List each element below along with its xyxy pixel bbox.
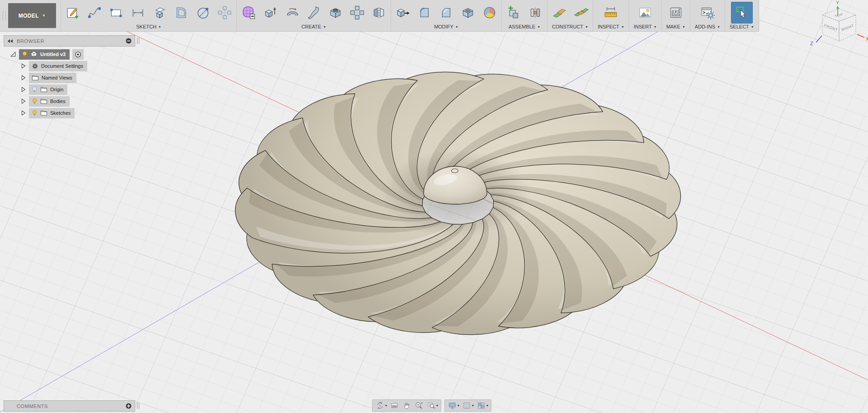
bulb-off-icon[interactable] — [32, 86, 38, 93]
browser-item-named-views[interactable]: Named Views — [21, 73, 87, 83]
axis-label-x: X — [866, 36, 868, 42]
display-settings-icon — [448, 401, 457, 410]
comments-panel-header[interactable]: COMMENTS — [4, 400, 135, 412]
browser-item-label: Origin — [50, 87, 63, 92]
zoom-window-button[interactable]: ▾ — [425, 400, 439, 411]
insert-image-icon[interactable] — [636, 3, 654, 23]
browser-item-document-settings[interactable]: Document Settings — [21, 61, 87, 71]
viewports-button[interactable]: ▾ — [475, 400, 490, 411]
bulb-on-icon[interactable] — [22, 51, 28, 58]
bulb-on-icon[interactable] — [32, 109, 38, 117]
collapsed-arrow-icon[interactable] — [21, 110, 26, 116]
sweep-icon[interactable] — [305, 3, 323, 23]
comments-panel-drag-handle[interactable] — [137, 403, 139, 409]
sketch-pattern-icon[interactable] — [216, 3, 234, 23]
new-component-icon[interactable] — [505, 3, 523, 23]
midplane-icon[interactable] — [572, 3, 590, 23]
toolbar-menu-modify[interactable]: MODIFY ▼ — [394, 24, 499, 31]
chevron-down-icon: ▾ — [472, 404, 474, 408]
browser-panel-drag-handle[interactable] — [137, 38, 139, 44]
chevron-down-icon: ▼ — [537, 25, 540, 28]
chevron-down-icon: ▼ — [42, 14, 46, 18]
shell-icon[interactable] — [459, 3, 477, 23]
grid-settings-button[interactable]: ▾ — [461, 400, 475, 411]
look-at-button[interactable] — [388, 400, 401, 411]
3d-print-icon[interactable] — [667, 3, 685, 23]
gear-icon — [32, 63, 38, 70]
toolbar-group-modify: MODIFY ▼ — [391, 0, 501, 31]
press-pull-icon[interactable] — [394, 3, 412, 23]
browser-item-sketches[interactable]: Sketches — [21, 108, 87, 118]
chamfer-icon[interactable] — [437, 3, 455, 23]
browser-item-label: Bodies — [50, 99, 66, 104]
hole-icon[interactable] — [326, 3, 344, 23]
zoom-button[interactable] — [413, 400, 425, 411]
project-to-surface-icon[interactable] — [151, 3, 169, 23]
chevron-down-icon: ▼ — [717, 25, 720, 28]
display-tools-group: ▾▾▾ — [444, 399, 491, 412]
toolbar-menu-construct[interactable]: CONSTRUCT ▼ — [550, 24, 590, 31]
spline-icon[interactable] — [85, 3, 104, 23]
chevron-down-icon: ▼ — [585, 25, 588, 28]
rectangle-icon[interactable] — [107, 3, 125, 23]
joint-icon[interactable] — [526, 3, 544, 23]
add-comment-icon[interactable] — [126, 403, 132, 409]
pan-button[interactable] — [401, 400, 413, 411]
select-icon[interactable] — [731, 2, 753, 23]
browser-item-label: Sketches — [50, 110, 71, 116]
measure-icon[interactable] — [602, 3, 620, 23]
toolbar-group-assemble: ASSEMBLE ▼ — [501, 0, 547, 31]
toolbar-menu-inspect[interactable]: INSPECT ▼ — [596, 24, 626, 31]
mirror-icon[interactable] — [370, 3, 388, 23]
display-settings-button[interactable]: ▾ — [446, 400, 461, 411]
collapsed-arrow-icon[interactable] — [21, 86, 26, 93]
appearance-icon[interactable] — [481, 3, 499, 23]
chevron-down-icon: ▼ — [751, 25, 754, 28]
collapsed-arrow-icon[interactable] — [21, 63, 26, 69]
minimize-circle-icon[interactable] — [126, 38, 132, 44]
viewports-icon — [476, 401, 486, 410]
fillet-icon[interactable] — [415, 3, 434, 23]
revolve-icon[interactable] — [283, 3, 301, 23]
radio-target-icon[interactable] — [72, 49, 84, 60]
scripts-addins-icon[interactable] — [698, 3, 717, 23]
zoom-window-icon — [426, 401, 436, 410]
collapsed-arrow-icon[interactable] — [21, 75, 26, 81]
collapse-panel-icon[interactable] — [7, 39, 13, 43]
grid-settings-icon — [462, 401, 472, 410]
orbit-button[interactable]: ▾ — [374, 400, 388, 411]
browser-item-bodies[interactable]: Bodies — [21, 96, 87, 106]
create-form-icon[interactable] — [240, 3, 258, 23]
bulb-on-icon[interactable] — [32, 98, 38, 105]
pattern-icon[interactable] — [348, 3, 366, 23]
toolbar-menu-addins[interactable]: ADD-INS ▼ — [693, 24, 722, 31]
workspace-switcher[interactable]: MODEL ▼ — [8, 3, 56, 28]
circle-icon[interactable] — [194, 3, 212, 23]
chevron-down-icon: ▼ — [323, 25, 326, 28]
extrude-icon[interactable] — [261, 3, 279, 23]
chevron-down-icon: ▼ — [455, 25, 458, 28]
browser-item-origin[interactable]: Origin — [21, 84, 87, 94]
browser-panel-header[interactable]: BROWSER — [4, 35, 135, 47]
folder-icon — [40, 110, 47, 116]
expanded-arrow-icon[interactable] — [10, 51, 16, 57]
toolbar-menu-sketch[interactable]: SKETCH ▼ — [64, 24, 234, 31]
browser-item-untitled-v3[interactable]: Untitled v3 — [10, 49, 87, 59]
viewport-canvas[interactable]: TOPFRONTRIGHTYXZ — [0, 0, 868, 413]
browser-item-label: Named Views — [42, 75, 72, 80]
collapsed-arrow-icon[interactable] — [21, 98, 26, 104]
chevron-down-icon: ▾ — [458, 404, 459, 408]
toolbar-menu-select[interactable]: SELECT ▼ — [728, 24, 756, 31]
create-sketch-icon[interactable] — [64, 3, 82, 23]
toolbar-grip[interactable] — [3, 11, 6, 20]
toolbar-menu-insert[interactable]: INSERT ▼ — [632, 24, 659, 31]
toolbar-menu-create[interactable]: CREATE ▼ — [240, 24, 388, 31]
construction-plane-icon[interactable] — [550, 3, 568, 23]
toolbar-menu-make[interactable]: MAKE ▼ — [665, 24, 687, 31]
pan-icon — [402, 401, 411, 410]
axis-label-z: Z — [810, 41, 813, 46]
toolbar-menu-assemble[interactable]: ASSEMBLE ▼ — [505, 24, 544, 31]
chevron-down-icon: ▼ — [621, 25, 624, 28]
sketch-dimension-icon[interactable] — [129, 3, 147, 23]
offset-icon[interactable] — [172, 3, 190, 23]
